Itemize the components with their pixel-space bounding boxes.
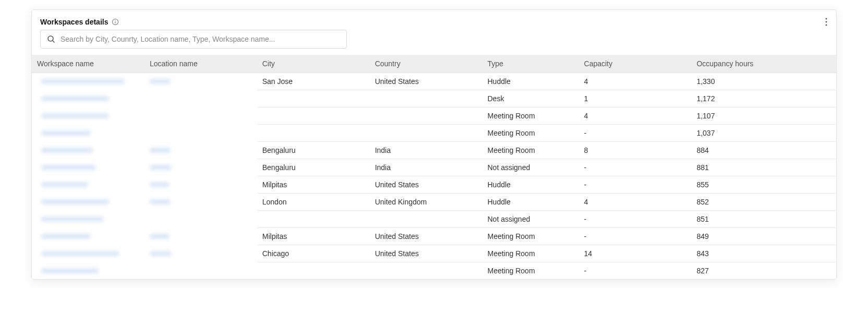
cell-country: United States (370, 73, 483, 90)
cell-capacity: 14 (579, 245, 692, 262)
cell-workspace-name (32, 107, 144, 125)
table-header-row: Workspace name Location name City Countr… (32, 55, 836, 73)
info-icon[interactable] (112, 18, 119, 26)
cell-country: United States (370, 176, 483, 194)
cell-type: Huddle (483, 176, 579, 194)
table-row[interactable]: Not assigned-851 (32, 211, 836, 228)
th-type[interactable]: Type (483, 55, 579, 73)
cell-city: San Jose (257, 73, 370, 90)
more-options-icon[interactable] (822, 17, 831, 27)
cell-workspace-name (32, 73, 144, 90)
table-row[interactable]: Desk11,172 (32, 90, 836, 107)
cell-city (257, 125, 370, 142)
cell-city: London (257, 194, 370, 211)
cell-occupancy-hours: 1,107 (691, 107, 836, 125)
svg-point-2 (115, 20, 116, 21)
cell-location-name (144, 176, 257, 194)
workspaces-table: Workspace name Location name City Countr… (32, 55, 836, 279)
cell-capacity: 4 (579, 73, 692, 90)
svg-point-6 (48, 36, 53, 41)
cell-workspace-name (32, 159, 144, 176)
cell-country (370, 262, 483, 280)
table-row[interactable]: MilpitasUnited StatesMeeting Room-849 (32, 228, 836, 245)
th-country[interactable]: Country (370, 55, 483, 73)
th-workspace-name[interactable]: Workspace name (32, 55, 144, 73)
svg-line-7 (53, 41, 55, 43)
cell-location-name (144, 262, 257, 280)
cell-type: Meeting Room (483, 245, 579, 262)
cell-type: Meeting Room (483, 125, 579, 142)
cell-occupancy-hours: 1,172 (691, 90, 836, 107)
cell-capacity: 8 (579, 142, 692, 159)
table-row[interactable]: Meeting Room41,107 (32, 107, 836, 125)
svg-point-5 (826, 25, 827, 26)
cell-city (257, 107, 370, 125)
cell-country: India (370, 142, 483, 159)
cell-country (370, 90, 483, 107)
cell-city (257, 262, 370, 280)
svg-point-4 (826, 21, 827, 23)
cell-workspace-name (32, 176, 144, 194)
cell-workspace-name (32, 211, 144, 228)
cell-occupancy-hours: 855 (691, 176, 836, 194)
cell-country: United Kingdom (370, 194, 483, 211)
cell-location-name (144, 90, 257, 107)
table-row[interactable]: Meeting Room-1,037 (32, 125, 836, 142)
cell-occupancy-hours: 849 (691, 228, 836, 245)
cell-city (257, 211, 370, 228)
table-row[interactable]: MilpitasUnited StatesHuddle-855 (32, 176, 836, 194)
cell-type: Huddle (483, 194, 579, 211)
cell-location-name (144, 194, 257, 211)
cell-type: Meeting Room (483, 262, 579, 280)
cell-country: India (370, 159, 483, 176)
cell-city: Bengaluru (257, 142, 370, 159)
th-city[interactable]: City (257, 55, 370, 73)
table-row[interactable]: San JoseUnited StatesHuddle41,330 (32, 73, 836, 90)
table-row[interactable]: LondonUnited KingdomHuddle4852 (32, 194, 836, 211)
cell-occupancy-hours: 1,037 (691, 125, 836, 142)
cell-city (257, 90, 370, 107)
cell-capacity: - (579, 228, 692, 245)
table-row[interactable]: ChicagoUnited StatesMeeting Room14843 (32, 245, 836, 262)
cell-capacity: - (579, 176, 692, 194)
th-occupancy-hours[interactable]: Occupancy hours (691, 55, 836, 73)
cell-location-name (144, 73, 257, 90)
table-row[interactable]: BengaluruIndiaNot assigned-881 (32, 159, 836, 176)
cell-type: Meeting Room (483, 228, 579, 245)
cell-country: United States (370, 245, 483, 262)
cell-occupancy-hours: 881 (691, 159, 836, 176)
cell-country (370, 211, 483, 228)
table-row[interactable]: BengaluruIndiaMeeting Room8884 (32, 142, 836, 159)
cell-type: Meeting Room (483, 142, 579, 159)
cell-workspace-name (32, 245, 144, 262)
th-location-name[interactable]: Location name (144, 55, 257, 73)
th-capacity[interactable]: Capacity (579, 55, 692, 73)
cell-location-name (144, 125, 257, 142)
search-icon (47, 35, 55, 43)
cell-workspace-name (32, 194, 144, 211)
cell-capacity: - (579, 211, 692, 228)
cell-occupancy-hours: 843 (691, 245, 836, 262)
title-wrap: Workspaces details (40, 18, 119, 26)
cell-occupancy-hours: 827 (691, 262, 836, 280)
cell-capacity: - (579, 159, 692, 176)
cell-location-name (144, 245, 257, 262)
cell-country (370, 107, 483, 125)
cell-type: Huddle (483, 73, 579, 90)
cell-type: Not assigned (483, 211, 579, 228)
cell-workspace-name (32, 228, 144, 245)
cell-workspace-name (32, 262, 144, 280)
card-title: Workspaces details (40, 18, 108, 26)
cell-workspace-name (32, 142, 144, 159)
cell-workspace-name (32, 125, 144, 142)
search-field[interactable] (40, 30, 347, 49)
cell-location-name (144, 211, 257, 228)
cell-city: Milpitas (257, 176, 370, 194)
cell-capacity: 1 (579, 90, 692, 107)
svg-point-3 (826, 18, 827, 20)
cell-capacity: - (579, 262, 692, 280)
cell-country (370, 125, 483, 142)
card-header: Workspaces details (32, 10, 836, 30)
search-input[interactable] (61, 35, 340, 43)
table-row[interactable]: Meeting Room-827 (32, 262, 836, 280)
